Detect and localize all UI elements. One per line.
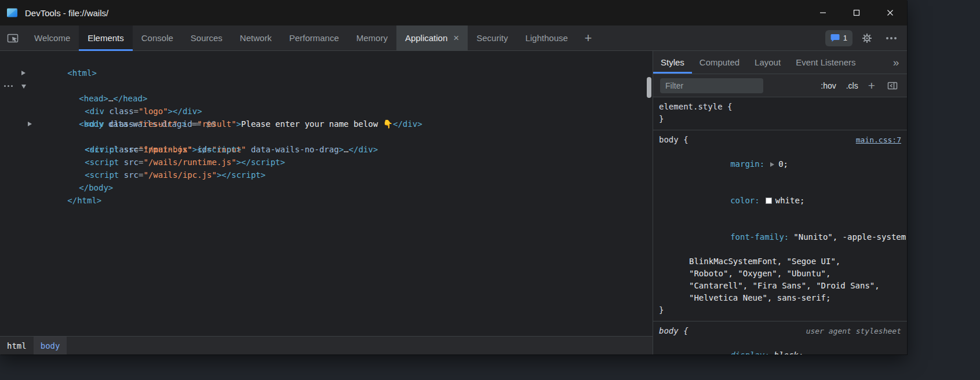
rule-element-style: element.style { }	[653, 97, 907, 130]
color-swatch-white[interactable]	[766, 198, 772, 204]
property-name: display:	[730, 350, 769, 355]
selector-text: body {	[659, 326, 688, 335]
tab-application[interactable]: Application ×	[396, 25, 468, 50]
elements-scrollbar-thumb[interactable]	[647, 77, 651, 98]
tree-line[interactable]: </html>	[0, 181, 653, 194]
maximize-button[interactable]	[840, 0, 873, 25]
tab-layout[interactable]: Layout	[747, 51, 788, 74]
toggle-sidebar-icon	[887, 81, 898, 91]
styles-rules: element.style { } body { main.css:7 marg…	[653, 97, 907, 355]
tree-line[interactable]: <html>	[0, 54, 653, 67]
element-classes-button[interactable]: .cls	[846, 81, 858, 90]
rule-selector[interactable]: element.style {	[653, 101, 907, 113]
styles-panel: Styles Computed Layout Event Listeners »…	[653, 51, 907, 355]
more-panels-icon[interactable]: »	[885, 51, 907, 74]
rule-body-main-css: body { main.css:7 margin:0; color:white;…	[653, 130, 907, 321]
selector-text: body {	[659, 135, 688, 144]
tree-line[interactable]: <script src="/wails/ipc.js"></script>	[0, 156, 653, 169]
property-value: white;	[775, 196, 805, 205]
property-name: font-family:	[730, 232, 789, 242]
maximize-icon	[853, 9, 860, 16]
devtools-main: <html> <head>…</head> <body data-wails-d…	[0, 51, 907, 355]
tree-line[interactable]: <head>…</head>	[0, 67, 653, 79]
styles-filter-input[interactable]	[660, 78, 763, 93]
close-tab-icon[interactable]: ×	[453, 33, 459, 43]
titlebar[interactable]: DevTools - file://wails/	[0, 0, 907, 25]
property-value: "Roboto", "Oxygen", "Ubuntu",	[689, 269, 830, 278]
window-controls	[806, 0, 907, 25]
brace: }	[659, 114, 664, 123]
settings-button[interactable]	[857, 28, 877, 48]
css-property-font-family[interactable]: font-family:"Nunito", -apple-system,	[653, 219, 907, 255]
breadcrumb-body[interactable]: body	[34, 337, 67, 355]
tab-console[interactable]: Console	[133, 25, 182, 50]
breadcrumb: html body	[0, 336, 653, 355]
selector-text: element.style {	[659, 102, 732, 111]
inspect-element-button[interactable]	[0, 25, 25, 50]
property-value: "Helvetica Neue", sans-serif;	[689, 293, 830, 302]
minimize-button[interactable]	[806, 0, 840, 25]
property-value: 0;	[778, 159, 788, 169]
tab-performance[interactable]: Performance	[280, 25, 348, 50]
menu-button[interactable]	[881, 28, 901, 48]
elements-panel: <html> <head>…</head> <body data-wails-d…	[0, 51, 653, 355]
breadcrumb-html[interactable]: html	[0, 337, 34, 355]
css-property-color[interactable]: color:white;	[653, 182, 907, 219]
property-value: "Cantarell", "Fira Sans", "Droid Sans",	[689, 281, 880, 290]
three-dots-icon	[886, 37, 897, 39]
tree-line[interactable]: </body>	[0, 169, 653, 181]
property-name: color:	[730, 196, 760, 205]
css-value-wrap: "Helvetica Neue", sans-serif;	[653, 292, 907, 304]
tab-styles[interactable]: Styles	[653, 51, 692, 74]
add-tab-button[interactable]: +	[577, 25, 600, 50]
tab-memory[interactable]: Memory	[348, 25, 396, 50]
window-title: DevTools - file://wails/	[25, 8, 108, 18]
tree-line[interactable]: <script src="/main.js"></script>	[0, 130, 653, 143]
collapse-arrow-icon[interactable]	[21, 85, 26, 89]
more-actions-icon[interactable]	[4, 85, 13, 87]
close-icon	[887, 9, 894, 16]
tree-line[interactable]: <div class="result" id="result">Please e…	[0, 105, 653, 118]
tab-application-label: Application	[405, 33, 447, 43]
tab-sources[interactable]: Sources	[182, 25, 231, 50]
expand-shorthand-icon[interactable]	[770, 162, 774, 167]
tabbar-right-controls: 1	[825, 25, 907, 50]
tab-lighthouse[interactable]: Lighthouse	[516, 25, 576, 50]
devtools-app-icon	[6, 7, 18, 19]
styles-toolbar: :hov .cls +	[653, 74, 907, 97]
issues-badge[interactable]: 1	[825, 30, 853, 46]
close-button[interactable]	[873, 0, 907, 25]
tree-line[interactable]: <div class="logo"></div>	[0, 92, 653, 105]
tree-line[interactable]: <script src="/wails/runtime.js"></script…	[0, 143, 653, 156]
tab-security[interactable]: Security	[468, 25, 516, 50]
tree-line[interactable]: <div class="input-box" id="input" data-w…	[0, 118, 653, 130]
expand-arrow-icon[interactable]	[28, 122, 32, 126]
toggle-sidebar-button[interactable]	[885, 78, 900, 93]
devtools-window: DevTools - file://wails/ Welcome Element…	[0, 0, 907, 355]
tab-elements[interactable]: Elements	[79, 25, 133, 50]
css-value-wrap: "Roboto", "Oxygen", "Ubuntu",	[653, 268, 907, 280]
rule-close-brace: }	[653, 304, 907, 316]
property-value: "Nunito", -apple-system,	[793, 232, 907, 242]
css-property-margin[interactable]: margin:0;	[653, 146, 907, 182]
brace: }	[659, 305, 664, 315]
tab-event-listeners[interactable]: Event Listeners	[788, 51, 863, 74]
tab-network[interactable]: Network	[231, 25, 280, 50]
tree-line-body[interactable]: <body data-wails-drag> == $0	[0, 79, 653, 92]
expand-arrow-icon[interactable]	[21, 71, 25, 75]
stylesheet-link-body[interactable]: main.css:7	[856, 135, 901, 145]
issues-bubble-icon	[830, 34, 840, 42]
rule-close-brace: }	[653, 113, 907, 125]
gear-icon	[862, 33, 872, 43]
new-style-rule-button[interactable]: +	[868, 79, 875, 92]
styles-tab-strip: Styles Computed Layout Event Listeners »	[653, 51, 907, 74]
css-value-wrap: BlinkMacSystemFont, "Segoe UI",	[653, 255, 907, 268]
inspect-icon	[6, 32, 19, 45]
tab-welcome[interactable]: Welcome	[25, 25, 79, 50]
property-name: margin:	[730, 159, 764, 169]
tab-computed[interactable]: Computed	[692, 51, 747, 74]
dom-tree: <html> <head>…</head> <body data-wails-d…	[0, 51, 653, 336]
css-property-display[interactable]: display:block;	[653, 337, 907, 355]
code-token: </html>	[67, 196, 101, 205]
toggle-pseudo-classes-button[interactable]: :hov	[821, 81, 836, 90]
